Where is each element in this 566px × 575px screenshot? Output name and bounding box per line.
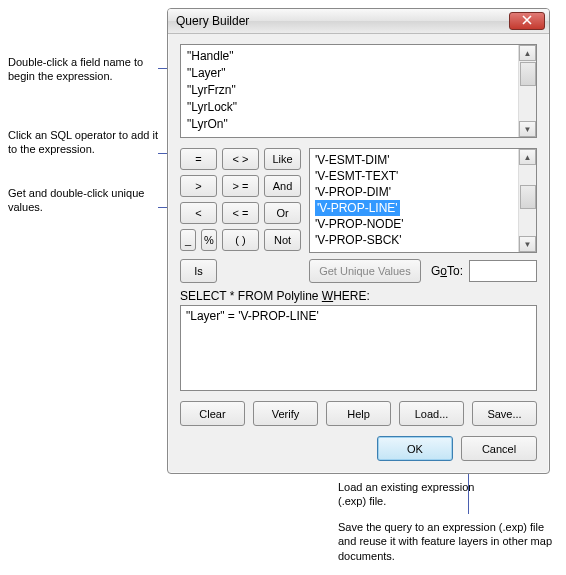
get-unique-values-button[interactable]: Get Unique Values (309, 259, 421, 283)
select-label: SELECT * FROM Polyline WHERE: (180, 289, 537, 303)
values-scrollbar[interactable]: ▲ ▼ (518, 149, 536, 252)
op-equals-button[interactable]: = (180, 148, 217, 170)
window-title: Query Builder (176, 14, 509, 28)
goto-label: Go To: (431, 264, 463, 278)
value-item[interactable]: 'V-PROP-SBCK' (315, 232, 513, 248)
cancel-button[interactable]: Cancel (461, 436, 537, 461)
op-is-button[interactable]: Is (180, 259, 217, 283)
value-item[interactable]: 'V-ESMT-TEXT' (315, 168, 513, 184)
load-button[interactable]: Load... (399, 401, 464, 426)
op-gt-button[interactable]: > (180, 175, 217, 197)
value-item[interactable]: 'V-ESMT-DIM' (315, 152, 513, 168)
operator-grid: = < > Like > > = And < < = Or _ % ( ) No… (180, 148, 301, 253)
field-item[interactable]: "LyrLock" (187, 99, 512, 116)
help-button[interactable]: Help (326, 401, 391, 426)
field-item[interactable]: "Layer" (187, 65, 512, 82)
expression-textarea[interactable]: "Layer" = 'V-PROP-LINE' (180, 305, 537, 391)
fields-scrollbar[interactable]: ▲ ▼ (518, 45, 536, 137)
values-items: 'V-ESMT-DIM' 'V-ESMT-TEXT' 'V-PROP-DIM' … (310, 149, 518, 252)
scroll-down-icon[interactable]: ▼ (519, 121, 536, 137)
op-paren-button[interactable]: ( ) (222, 229, 259, 251)
close-button[interactable] (509, 12, 545, 30)
scroll-thumb[interactable] (520, 62, 536, 86)
value-item[interactable]: 'V-PROP-LINE' (315, 200, 513, 216)
scroll-up-icon[interactable]: ▲ (519, 45, 536, 61)
scroll-thumb[interactable] (520, 185, 536, 209)
op-notequal-button[interactable]: < > (222, 148, 259, 170)
save-button[interactable]: Save... (472, 401, 537, 426)
op-percent-button[interactable]: % (201, 229, 217, 251)
annotation-load: Load an existing expression (.exp) file. (338, 480, 498, 509)
annotation-field: Double-click a field name to begin the e… (8, 55, 158, 84)
annotation-values: Get and double-click unique values. (8, 186, 158, 215)
value-item[interactable]: 'V-PROP-NODE' (315, 216, 513, 232)
annotation-operator: Click an SQL operator to add it to the e… (8, 128, 158, 157)
query-builder-dialog: Query Builder "Handle" "Layer" "LyrFrzn"… (167, 8, 550, 474)
field-item[interactable]: "Handle" (187, 48, 512, 65)
op-not-button[interactable]: Not (264, 229, 301, 251)
titlebar: Query Builder (168, 9, 549, 34)
close-icon (522, 15, 532, 27)
verify-button[interactable]: Verify (253, 401, 318, 426)
value-item[interactable]: 'V-PROP-DIM' (315, 184, 513, 200)
values-listbox[interactable]: 'V-ESMT-DIM' 'V-ESMT-TEXT' 'V-PROP-DIM' … (309, 148, 537, 253)
fields-listbox[interactable]: "Handle" "Layer" "LyrFrzn" "LyrLock" "Ly… (180, 44, 537, 138)
scroll-up-icon[interactable]: ▲ (519, 149, 536, 165)
scroll-down-icon[interactable]: ▼ (519, 236, 536, 252)
goto-input[interactable] (469, 260, 537, 282)
op-underscore-button[interactable]: _ (180, 229, 196, 251)
op-ge-button[interactable]: > = (222, 175, 259, 197)
op-and-button[interactable]: And (264, 175, 301, 197)
ok-button[interactable]: OK (377, 436, 453, 461)
field-item[interactable]: "LyrOn" (187, 116, 512, 133)
annotation-save: Save the query to an expression (.exp) f… (338, 520, 558, 563)
clear-button[interactable]: Clear (180, 401, 245, 426)
field-item[interactable]: "LyrFrzn" (187, 82, 512, 99)
op-lt-button[interactable]: < (180, 202, 217, 224)
op-like-button[interactable]: Like (264, 148, 301, 170)
op-or-button[interactable]: Or (264, 202, 301, 224)
op-le-button[interactable]: < = (222, 202, 259, 224)
fields-items: "Handle" "Layer" "LyrFrzn" "LyrLock" "Ly… (181, 45, 518, 137)
